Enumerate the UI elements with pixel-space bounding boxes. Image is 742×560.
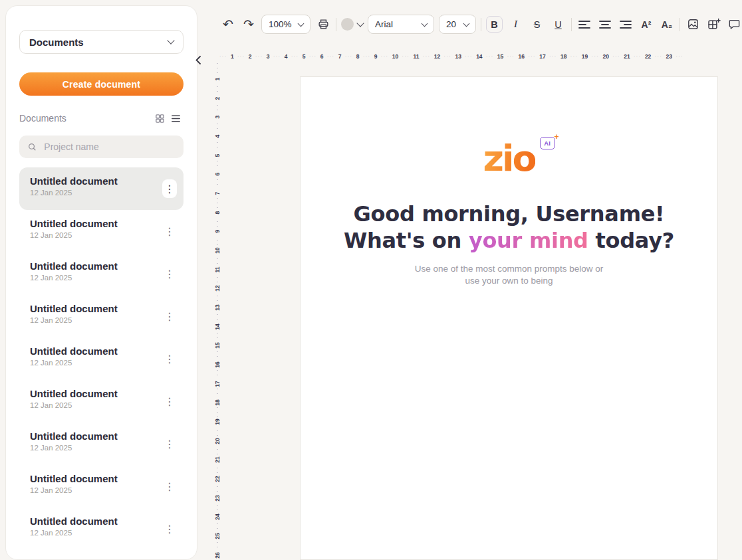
align-center-button[interactable] [597,16,613,33]
ruler-number: 15 [497,53,503,60]
ruler-ticks: ··· [327,54,335,58]
document-list-item[interactable]: Untitled document 12 Jan 2025 ⋮ [19,380,184,422]
comment-icon [728,18,741,31]
greeting-line2-highlight: your mind [469,228,588,253]
ruler-number: 19 [582,53,588,60]
undo-button[interactable]: ↶ [220,16,236,33]
font-size-select[interactable]: 20 [439,15,476,34]
workspace-selector[interactable]: Documents [19,30,184,54]
chevron-down-icon [167,37,174,44]
ruler-ticks: ··· [465,54,473,58]
ruler-ticks: ··· [402,54,410,58]
color-swatch-icon [341,18,354,31]
document-date: 12 Jan 2025 [30,401,154,409]
strikethrough-button[interactable]: S [529,16,545,33]
grid-view-button[interactable] [152,110,168,126]
ruler-number: 1 [213,74,221,84]
ruler-number: 6 [320,53,324,60]
ruler-horizontal: ···1···2···3···4···5···6···7···8···9···1… [219,52,683,60]
print-button[interactable] [315,16,331,33]
search-input[interactable] [43,141,176,153]
kebab-menu-button[interactable]: ⋮ [162,179,177,198]
document-date: 12 Jan 2025 [30,316,154,324]
italic-button[interactable]: I [507,16,524,33]
create-document-button[interactable]: Create document [19,72,184,96]
insert-table-icon [707,17,721,31]
printer-icon [317,18,330,31]
ruler-number: 2 [213,94,221,103]
ruler-number: 11 [413,53,419,60]
document-list-item[interactable]: Untitled document 12 Jan 2025 ⋮ [19,167,184,210]
redo-button[interactable]: ↷ [241,16,257,33]
ruler-number: 12 [213,284,221,293]
kebab-menu-button[interactable]: ⋮ [162,222,177,240]
text-color-button[interactable] [341,18,363,31]
ruler-ticks: ··· [444,54,452,58]
kebab-menu-button[interactable]: ⋮ [162,477,177,496]
subtitle-line1: Use one of the most common prompts below… [301,263,717,275]
documents-section-header: Documents [19,110,184,126]
ruler-number: 15 [213,341,221,350]
insert-table-button[interactable] [705,16,721,33]
chevron-down-icon [356,19,364,27]
ruler-number: 18 [213,398,221,407]
ruler-ticks: ··· [676,54,683,58]
superscript-button[interactable]: A² [638,16,654,33]
ruler-number: 8 [213,208,221,217]
ruler-number: 22 [645,53,651,60]
document-date: 12 Jan 2025 [30,444,154,452]
comment-button[interactable] [726,16,742,33]
kebab-menu-button[interactable]: ⋮ [162,519,177,538]
list-view-button[interactable] [168,110,184,126]
document-list-item[interactable]: Untitled document 12 Jan 2025 ⋮ [19,465,184,508]
document-list-item[interactable]: Untitled document 12 Jan 2025 ⋮ [19,210,184,252]
ruler-number: 11 [213,265,221,274]
ruler-number: 1 [231,53,234,60]
bold-button[interactable]: B [486,16,503,33]
ruler-number: 18 [560,53,566,60]
document-date: 12 Jan 2025 [30,274,154,282]
ruler-ticks: ··· [528,54,536,58]
kebab-menu-button[interactable]: ⋮ [162,349,177,368]
document-list-item[interactable]: Untitled document 12 Jan 2025 ⋮ [19,508,184,550]
document-date: 12 Jan 2025 [30,486,154,494]
logo: zio AI + [483,141,535,177]
ruler-number: 3 [213,112,221,122]
document-date: 12 Jan 2025 [30,529,154,537]
ruler-number: 8 [356,53,360,60]
document-list-item[interactable]: Untitled document 12 Jan 2025 ⋮ [19,337,184,380]
ruler-number: 5 [303,53,306,60]
ruler-ticks: ··· [255,54,263,58]
underline-button[interactable]: U [550,16,566,33]
document-list-item[interactable]: Untitled document 12 Jan 2025 ⋮ [19,295,184,337]
sidebar-collapse-button[interactable] [193,54,203,66]
document-page[interactable]: zio AI + Good morning, Username! What's … [300,76,718,560]
ruler-number: 16 [519,53,525,60]
ruler-ticks: ··· [486,54,494,58]
kebab-menu-button[interactable]: ⋮ [162,264,177,283]
insert-image-button[interactable] [685,16,701,33]
separator [481,18,481,31]
ruler-number: 6 [213,169,221,179]
image-icon [687,18,699,31]
ruler-number: 14 [213,322,221,331]
chevron-down-icon [422,20,428,27]
kebab-menu-button[interactable]: ⋮ [162,392,177,411]
align-right-button[interactable] [618,16,634,33]
zoom-value: 100% [269,19,292,29]
ruler-number: 22 [213,474,221,484]
font-family-select[interactable]: Arial [368,15,434,34]
kebab-menu-button[interactable]: ⋮ [162,434,177,453]
subscript-button[interactable]: A₂ [659,16,675,33]
align-left-button[interactable] [576,16,592,33]
zoom-select[interactable]: 100% [261,15,310,34]
ruler-number: 20 [602,53,608,60]
document-list-item[interactable]: Untitled document 12 Jan 2025 ⋮ [19,422,184,465]
ruler-ticks: ··· [345,54,353,58]
document-list-item[interactable]: Untitled document 12 Jan 2025 ⋮ [19,252,184,295]
ruler-number: 20 [213,436,221,446]
kebab-menu-button[interactable]: ⋮ [162,307,177,326]
document-title: Untitled document [30,473,154,484]
ruler-ticks: ··· [570,54,578,58]
ruler-number: 9 [213,227,221,236]
